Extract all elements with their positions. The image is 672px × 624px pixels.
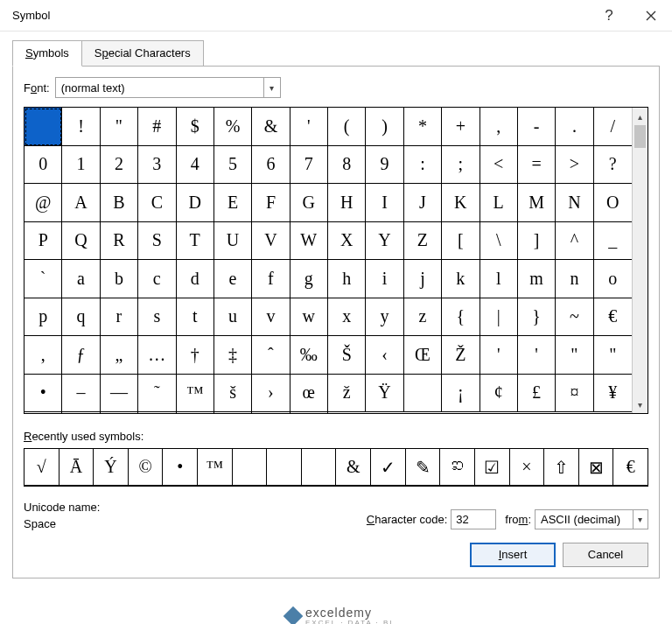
from-combo-input[interactable] [536, 511, 633, 528]
symbol-cell[interactable]: › [252, 375, 290, 413]
symbol-cell[interactable]: r [101, 298, 138, 337]
symbol-cell[interactable]: 4 [177, 146, 214, 185]
symbol-cell[interactable]: [ [442, 222, 480, 261]
recent-symbol-cell[interactable]: ☑ [475, 449, 510, 486]
symbol-cell[interactable]: 5 [214, 146, 252, 185]
symbol-cell[interactable]: x [328, 298, 366, 337]
cancel-button[interactable]: Cancel [563, 543, 648, 567]
symbol-cell[interactable]: 3 [138, 146, 176, 185]
symbol-cell[interactable]: s [138, 298, 176, 337]
insert-button[interactable]: Insert [470, 543, 556, 567]
grid-scrollbar[interactable]: ▴ ▾ [632, 108, 648, 413]
recent-symbol-cell[interactable]: & [336, 449, 371, 486]
symbol-cell[interactable]: ( [328, 108, 366, 146]
symbol-cell[interactable]: W [290, 222, 328, 261]
symbol-cell[interactable]: o [594, 260, 632, 298]
symbol-cell[interactable]: l [480, 260, 518, 298]
symbol-cell[interactable]: T [177, 222, 214, 261]
symbol-cell[interactable]: œ [290, 375, 328, 413]
symbol-cell[interactable]: ­ [290, 412, 328, 413]
symbol-cell[interactable]: _ [594, 222, 632, 261]
symbol-cell[interactable]: ¡ [442, 375, 480, 413]
symbol-cell[interactable]: ' [290, 108, 328, 146]
symbol-cell[interactable]: ¬ [252, 412, 290, 413]
symbol-cell[interactable]: A [62, 184, 100, 222]
symbol-cell[interactable]: ) [366, 108, 403, 146]
tab-symbols[interactable]: Symbols [12, 40, 82, 67]
recent-symbol-cell[interactable]: ™ [198, 449, 233, 486]
symbol-cell[interactable]: # [138, 108, 176, 146]
symbol-cell[interactable]: I [366, 184, 403, 222]
symbol-cell[interactable]: ¦ [24, 412, 62, 413]
symbol-cell[interactable]: \ [480, 222, 518, 261]
symbol-cell[interactable]: 0 [24, 146, 62, 185]
recent-symbol-cell[interactable]: ✓ [371, 449, 406, 486]
symbol-cell[interactable]: — [101, 375, 138, 413]
symbol-cell[interactable]: ! [62, 108, 100, 146]
symbol-cell[interactable]: B [101, 184, 138, 222]
recent-symbol-cell[interactable] [267, 449, 302, 486]
symbol-cell[interactable]: f [252, 260, 290, 298]
recent-symbol-cell[interactable]: ఐ [440, 449, 475, 486]
scroll-up-icon[interactable]: ▴ [633, 108, 648, 125]
symbol-cell[interactable]: + [442, 108, 480, 146]
symbol-cell[interactable]: G [290, 184, 328, 222]
symbol-cell[interactable]: > [556, 146, 593, 185]
symbol-cell[interactable]: - [518, 108, 556, 146]
recent-symbol-cell[interactable]: × [510, 449, 545, 486]
symbol-cell[interactable]: ~ [556, 298, 593, 337]
symbol-cell[interactable]: ‡ [214, 336, 252, 375]
symbol-cell[interactable]: d [177, 260, 214, 298]
symbol-cell[interactable]: ] [518, 222, 556, 261]
symbol-cell[interactable]: D [177, 184, 214, 222]
recent-symbol-cell[interactable]: © [129, 449, 164, 486]
symbol-cell[interactable]: t [177, 298, 214, 337]
symbol-cell[interactable]: q [62, 298, 100, 337]
symbol-cell[interactable]: ; [442, 146, 480, 185]
symbol-cell[interactable]: Œ [404, 336, 442, 375]
recent-symbol-cell[interactable]: ⊠ [579, 449, 614, 486]
symbol-cell[interactable]: X [328, 222, 366, 261]
symbol-cell[interactable]: } [518, 298, 556, 337]
recent-symbol-cell[interactable]: € [613, 449, 648, 486]
symbol-cell[interactable]: ™ [177, 375, 214, 413]
symbol-cell[interactable]: £ [518, 375, 556, 413]
help-button[interactable]: ? [588, 0, 630, 32]
symbol-cell[interactable]: E [214, 184, 252, 222]
symbol-cell[interactable]: P [24, 222, 62, 261]
scroll-down-icon[interactable]: ▾ [633, 396, 648, 413]
symbol-cell[interactable]: ^ [556, 222, 593, 261]
symbol-cell[interactable]: © [138, 412, 176, 413]
recent-symbol-cell[interactable] [233, 449, 268, 486]
symbol-cell[interactable]: % [214, 108, 252, 146]
symbol-cell[interactable]: … [138, 336, 176, 375]
font-combo-input[interactable] [56, 80, 263, 96]
symbol-cell[interactable]: 7 [290, 146, 328, 185]
symbol-cell[interactable]: ˜ [138, 375, 176, 413]
symbol-cell[interactable]: & [252, 108, 290, 146]
symbol-cell[interactable]: O [594, 184, 632, 222]
symbol-cell[interactable]: ¥ [594, 375, 632, 413]
symbol-cell[interactable]: 2 [101, 146, 138, 185]
symbol-cell[interactable]: @ [24, 184, 62, 222]
symbol-cell[interactable]: u [214, 298, 252, 337]
symbol-cell[interactable]: e [214, 260, 252, 298]
symbol-cell[interactable]: ` [24, 260, 62, 298]
tab-special-characters[interactable]: Special Characters [82, 40, 204, 67]
symbol-cell[interactable]: F [252, 184, 290, 222]
chevron-down-icon[interactable]: ▾ [263, 78, 280, 97]
symbol-cell[interactable]: ¢ [480, 375, 518, 413]
symbol-cell[interactable]: M [518, 184, 556, 222]
symbol-cell[interactable]: 6 [252, 146, 290, 185]
symbol-cell[interactable]: L [480, 184, 518, 222]
symbol-cell[interactable]: k [442, 260, 480, 298]
symbol-cell[interactable]: v [252, 298, 290, 337]
symbol-cell[interactable]: y [366, 298, 403, 337]
symbol-cell[interactable]: « [214, 412, 252, 413]
symbol-cell[interactable]: ‰ [290, 336, 328, 375]
symbol-cell[interactable]: ž [328, 375, 366, 413]
symbol-cell[interactable]: " [594, 336, 632, 375]
symbol-cell[interactable]: Ž [442, 336, 480, 375]
close-button[interactable] [630, 0, 672, 32]
symbol-cell[interactable]: U [214, 222, 252, 261]
